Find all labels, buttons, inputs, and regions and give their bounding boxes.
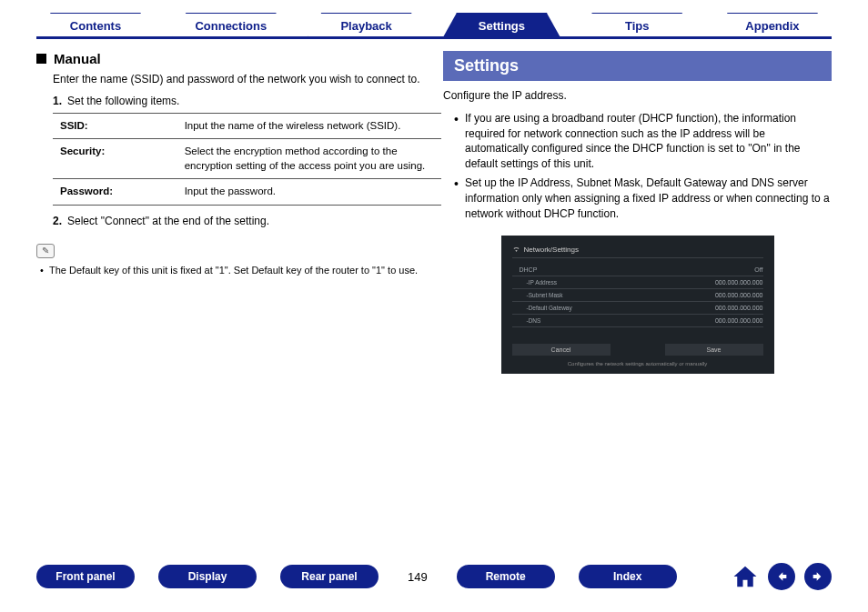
settings-heading: Settings <box>443 51 832 81</box>
osd-ip-label: -IP Address <box>512 279 557 286</box>
manual-heading: Manual <box>36 51 425 66</box>
bottom-nav: Front panel Display Rear panel 149 Remot… <box>36 563 832 590</box>
tab-contents[interactable]: Contents <box>36 13 155 38</box>
index-button[interactable]: Index <box>579 565 677 588</box>
square-bullet-icon <box>36 54 46 64</box>
table-row: SSID: Input the name of the wireless net… <box>53 113 441 139</box>
next-page-icon[interactable] <box>804 563 832 590</box>
settings-intro: Configure the IP address. <box>443 88 832 104</box>
osd-row-ip: -IP Address 000.000.000.000 <box>512 276 763 289</box>
settings-bullet-1: If you are using a broadband router (DHC… <box>454 111 832 172</box>
table-row: Password: Input the password. <box>53 179 441 206</box>
osd-row-dhcp: DHCP Off <box>512 264 763 276</box>
tab-playback[interactable]: Playback <box>308 13 426 38</box>
rear-panel-button[interactable]: Rear panel <box>280 565 378 588</box>
osd-screenshot: Network/Settings DHCP Off -IP Address 00… <box>501 236 774 374</box>
page-number: 149 <box>408 570 428 584</box>
main-content: Manual Enter the name (SSID) and passwor… <box>0 38 868 374</box>
right-column: Settings Configure the IP address. If yo… <box>443 51 832 374</box>
osd-gateway-value: 000.000.000.000 <box>715 305 763 311</box>
step-2: 2.Select "Connect" at the end of the set… <box>53 215 425 227</box>
osd-dhcp-label: DHCP <box>512 266 538 273</box>
security-label: Security: <box>53 139 177 179</box>
table-row: Security: Select the encryption method a… <box>53 139 441 179</box>
ssid-desc: Input the name of the wireless network (… <box>177 113 441 139</box>
osd-gateway-label: -Default Gateway <box>512 305 572 311</box>
tab-tips[interactable]: Tips <box>578 13 696 38</box>
osd-title-text: Network/Settings <box>524 246 579 254</box>
osd-save-button: Save <box>665 344 763 356</box>
osd-subnet-label: -Subnet Mask <box>512 292 563 298</box>
osd-row-subnet: -Subnet Mask 000.000.000.000 <box>512 289 763 302</box>
settings-bullet-2: Set up the IP Address, Subnet Mask, Defa… <box>454 176 832 221</box>
pencil-note-icon: ✎ <box>36 244 55 258</box>
manual-heading-text: Manual <box>54 51 101 66</box>
nav-icons <box>732 563 832 590</box>
osd-dhcp-value: Off <box>754 266 762 273</box>
password-desc: Input the password. <box>177 179 441 206</box>
left-column: Manual Enter the name (SSID) and passwor… <box>36 51 425 374</box>
top-tab-bar: Contents Connections Playback Settings T… <box>0 0 868 38</box>
display-button[interactable]: Display <box>158 565 257 588</box>
password-label: Password: <box>53 179 177 206</box>
step-2-text: Select "Connect" at the end of the setti… <box>67 215 269 227</box>
note-box: ✎ The Default key of this unit is fixed … <box>36 244 425 277</box>
front-panel-button[interactable]: Front panel <box>36 565 135 588</box>
osd-title: Network/Settings <box>512 245 763 258</box>
osd-row-gateway: -Default Gateway 000.000.000.000 <box>512 302 763 315</box>
remote-button[interactable]: Remote <box>457 565 555 588</box>
manual-intro: Enter the name (SSID) and password of th… <box>53 72 425 87</box>
osd-row-dns: -DNS 000.000.000.000 <box>512 315 763 327</box>
osd-subnet-value: 000.000.000.000 <box>715 292 763 298</box>
osd-ip-value: 000.000.000.000 <box>715 279 763 286</box>
settings-table: SSID: Input the name of the wireless net… <box>53 113 441 206</box>
osd-buttons: Cancel Save <box>512 344 763 356</box>
step-1-text: Set the following items. <box>67 95 179 107</box>
wifi-icon <box>512 245 520 255</box>
home-icon[interactable] <box>732 563 759 590</box>
tab-connections[interactable]: Connections <box>172 13 290 38</box>
osd-dns-value: 000.000.000.000 <box>715 317 763 324</box>
tab-settings[interactable]: Settings <box>442 13 560 38</box>
osd-cancel-button: Cancel <box>512 344 611 356</box>
osd-dns-label: -DNS <box>512 317 541 324</box>
osd-footer: Configures the network settings automati… <box>512 361 763 366</box>
security-desc: Select the encryption method according t… <box>177 139 441 179</box>
ssid-label: SSID: <box>53 113 177 139</box>
tab-appendix[interactable]: Appendix <box>713 13 832 38</box>
prev-page-icon[interactable] <box>768 563 795 590</box>
note-text: The Default key of this unit is fixed at… <box>40 264 425 277</box>
step-1: 1.Set the following items. <box>53 95 425 107</box>
